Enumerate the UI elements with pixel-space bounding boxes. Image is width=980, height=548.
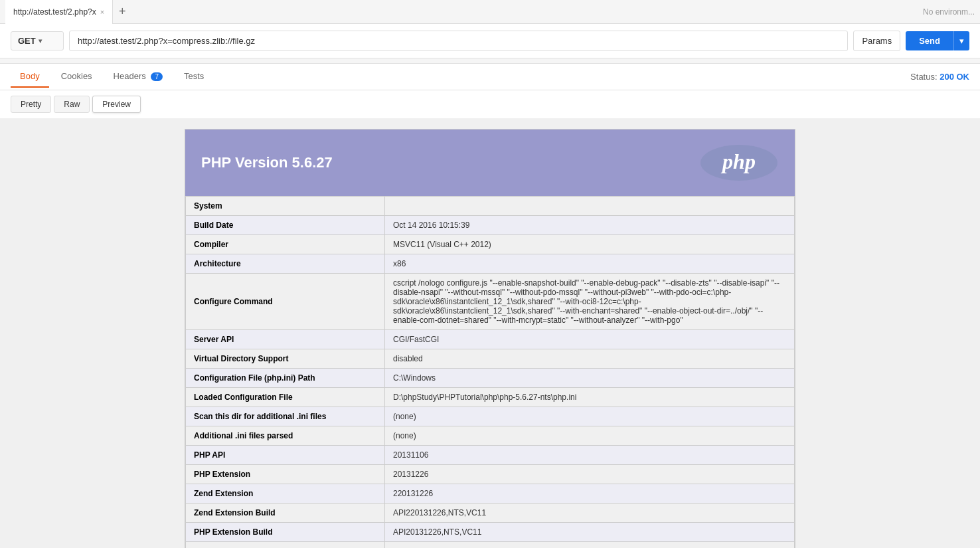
table-value: disabled xyxy=(385,349,795,369)
url-bar: GET ▾ Params Send ▾ xyxy=(0,24,980,58)
table-key: Scan this dir for additional .ini files xyxy=(186,407,385,426)
table-value: cscript /nologo configure.js "--enable-s… xyxy=(385,274,795,330)
table-row: PHP Extension20131226 xyxy=(186,465,795,484)
table-row: CompilerMSVC11 (Visual C++ 2012) xyxy=(186,235,795,254)
table-value: 220131226 xyxy=(385,484,795,503)
table-value: 20131106 xyxy=(385,446,795,465)
table-row: Virtual Directory Supportdisabled xyxy=(186,349,795,369)
params-button[interactable]: Params xyxy=(853,31,900,51)
chevron-down-icon: ▾ xyxy=(39,37,42,45)
tab-url-label: http://atest.test/2.php?x xyxy=(13,7,96,17)
table-key: Server API xyxy=(186,330,385,349)
table-key: System xyxy=(186,197,385,216)
table-value: Oct 14 2016 10:15:39 xyxy=(385,216,795,235)
table-value: C:\Windows xyxy=(385,369,795,388)
table-row: PHP API20131106 xyxy=(186,446,795,465)
table-row: Debug Buildno xyxy=(186,542,795,549)
tab-cookies[interactable]: Cookies xyxy=(52,66,102,88)
table-row: Server APICGI/FastCGI xyxy=(186,330,795,349)
table-key: PHP Extension xyxy=(186,465,385,484)
method-select[interactable]: GET ▾ xyxy=(11,31,64,50)
environment-selector[interactable]: No environm... xyxy=(923,7,975,17)
table-row: Loaded Configuration FileD:\phpStudy\PHP… xyxy=(186,388,795,407)
table-value: (none) xyxy=(385,407,795,426)
send-button[interactable]: Send xyxy=(906,31,953,50)
phpinfo-title: PHP Version 5.6.27 xyxy=(201,154,333,171)
phpinfo-table: SystemBuild DateOct 14 2016 10:15:39Comp… xyxy=(185,196,795,548)
tab-headers-label: Headers xyxy=(114,71,146,81)
tab-tests[interactable]: Tests xyxy=(175,66,213,88)
add-tab-button[interactable]: + xyxy=(113,3,131,21)
subtab-raw[interactable]: Raw xyxy=(54,96,90,113)
table-row: Zend Extension BuildAPI220131226,NTS,VC1… xyxy=(186,503,795,523)
status-code: 200 OK xyxy=(939,72,969,82)
table-row: Architecturex86 xyxy=(186,254,795,274)
response-tabs: Body Cookies Headers 7 Tests Status: 200… xyxy=(0,64,980,90)
table-value: CGI/FastCGI xyxy=(385,330,795,349)
table-value: D:\phpStudy\PHPTutorial\php\php-5.6.27-n… xyxy=(385,388,795,407)
tab-cookies-label: Cookies xyxy=(61,71,92,81)
table-value: MSVC11 (Visual C++ 2012) xyxy=(385,235,795,254)
table-key: Loaded Configuration File xyxy=(186,388,385,407)
table-row: Configure Commandcscript /nologo configu… xyxy=(186,274,795,330)
table-key: Debug Build xyxy=(186,542,385,549)
content-area: PHP Version 5.6.27 php SystemBuild DateO… xyxy=(0,118,980,548)
phpinfo-header: PHP Version 5.6.27 php xyxy=(185,130,795,196)
php-logo: php xyxy=(699,143,779,183)
table-value: API20131226,NTS,VC11 xyxy=(385,523,795,542)
subtab-pretty[interactable]: Pretty xyxy=(11,96,51,113)
svg-text:php: php xyxy=(720,149,756,173)
tab-bar: http://atest.test/2.php?x × + No environ… xyxy=(0,0,980,24)
table-row: Scan this dir for additional .ini files(… xyxy=(186,407,795,426)
phpinfo-container: PHP Version 5.6.27 php SystemBuild DateO… xyxy=(185,129,795,548)
table-key: PHP Extension Build xyxy=(186,523,385,542)
body-subtabs: Pretty Raw Preview xyxy=(0,90,980,118)
table-key: Configuration File (php.ini) Path xyxy=(186,369,385,388)
close-tab-icon[interactable]: × xyxy=(100,8,104,16)
table-key: Zend Extension xyxy=(186,484,385,503)
table-row: PHP Extension BuildAPI20131226,NTS,VC11 xyxy=(186,523,795,542)
table-key: Virtual Directory Support xyxy=(186,349,385,369)
table-key: Architecture xyxy=(186,254,385,274)
subtab-preview[interactable]: Preview xyxy=(92,96,141,113)
tab-tests-label: Tests xyxy=(184,71,204,81)
status-text: Status: 200 OK xyxy=(910,72,969,82)
tab-headers[interactable]: Headers 7 xyxy=(104,66,172,88)
table-row: System xyxy=(186,197,795,216)
divider xyxy=(0,58,980,64)
send-dropdown-button[interactable]: ▾ xyxy=(953,31,969,50)
table-key: Configure Command xyxy=(186,274,385,330)
table-row: Build DateOct 14 2016 10:15:39 xyxy=(186,216,795,235)
table-key: Compiler xyxy=(186,235,385,254)
table-value: 20131226 xyxy=(385,465,795,484)
send-button-group: Send ▾ xyxy=(906,31,969,50)
tab-body-label: Body xyxy=(20,71,40,81)
table-value xyxy=(385,197,795,216)
table-value: x86 xyxy=(385,254,795,274)
table-row: Configuration File (php.ini) PathC:\Wind… xyxy=(186,369,795,388)
headers-badge: 7 xyxy=(151,72,163,81)
method-label: GET xyxy=(18,36,36,46)
active-tab[interactable]: http://atest.test/2.php?x × xyxy=(5,0,113,24)
table-value: API220131226,NTS,VC11 xyxy=(385,503,795,523)
table-key: PHP API xyxy=(186,446,385,465)
table-value: no xyxy=(385,542,795,549)
tab-body[interactable]: Body xyxy=(11,66,49,88)
table-key: Build Date xyxy=(186,216,385,235)
table-value: (none) xyxy=(385,426,795,446)
table-row: Zend Extension220131226 xyxy=(186,484,795,503)
url-input[interactable] xyxy=(69,31,848,51)
table-row: Additional .ini files parsed(none) xyxy=(186,426,795,446)
table-key: Additional .ini files parsed xyxy=(186,426,385,446)
status-label: Status: xyxy=(910,72,937,82)
table-key: Zend Extension Build xyxy=(186,503,385,523)
